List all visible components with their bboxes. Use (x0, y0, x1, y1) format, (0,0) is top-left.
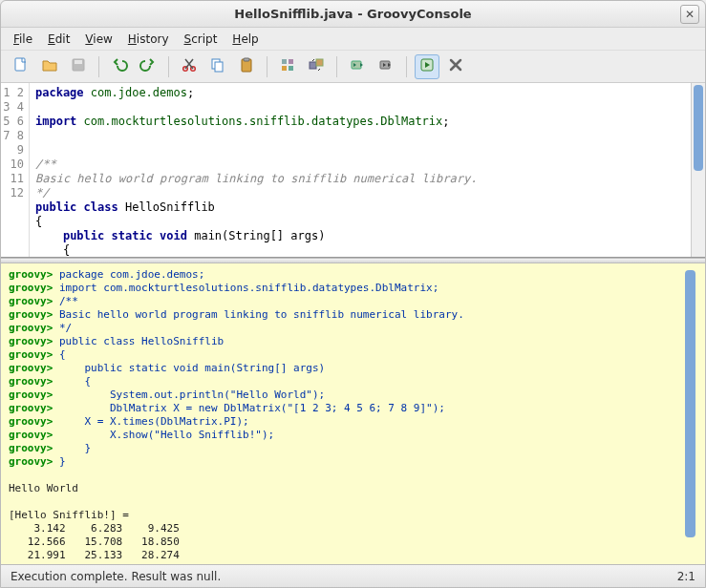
line-number-gutter: 1 2 3 4 5 6 7 8 9 10 11 12 (1, 83, 30, 257)
run-script-icon (418, 56, 436, 76)
svg-rect-10 (289, 59, 293, 64)
svg-rect-11 (282, 66, 287, 71)
menu-help[interactable]: Help (225, 30, 265, 49)
toolbar-separator (406, 56, 407, 77)
statusbar: Execution complete. Result was null. 2:1 (1, 564, 705, 587)
run-back-icon (349, 56, 366, 76)
save-file-button[interactable] (66, 54, 91, 79)
svg-rect-6 (215, 62, 223, 72)
scrollbar-thumb[interactable] (694, 85, 703, 171)
replace-button[interactable] (304, 54, 329, 79)
console-scrollbar[interactable] (683, 268, 697, 559)
svg-rect-12 (289, 66, 293, 71)
toolbar-separator (336, 56, 337, 77)
stop-icon (447, 56, 464, 76)
output-console[interactable]: groovy> package com.jdoe.demos; groovy> … (1, 263, 705, 564)
undo-icon (111, 56, 128, 76)
redo-icon (139, 56, 157, 76)
menu-script[interactable]: Script (178, 30, 225, 49)
console-content: groovy> package com.jdoe.demos; groovy> … (9, 268, 683, 559)
save-file-icon (70, 56, 87, 76)
cursor-position: 2:1 (677, 570, 695, 583)
new-file-button[interactable] (9, 54, 33, 79)
code-area[interactable]: package com.jdoe.demos; import com.mockt… (30, 83, 691, 257)
status-message: Execution complete. Result was null. (11, 570, 221, 583)
cut-button[interactable] (177, 54, 202, 79)
menubar: FileEditViewHistoryScriptHelp (1, 28, 705, 51)
menu-file[interactable]: File (7, 30, 39, 49)
find-button[interactable] (275, 54, 300, 79)
stop-button[interactable] (443, 54, 468, 79)
new-file-icon (12, 56, 30, 76)
svg-rect-14 (316, 59, 323, 66)
paste-button[interactable] (234, 54, 259, 79)
editor-pane: 1 2 3 4 5 6 7 8 9 10 11 12 package com.j… (1, 83, 705, 258)
toolbar-separator (168, 56, 169, 77)
scrollbar-thumb[interactable] (685, 270, 695, 537)
copy-icon (209, 56, 226, 76)
replace-icon (308, 56, 325, 76)
window-close-button[interactable]: ✕ (680, 5, 699, 24)
toolbar-separator (98, 56, 99, 77)
cut-icon (181, 56, 198, 76)
menu-view[interactable]: View (78, 30, 118, 49)
run-forward-icon (377, 56, 395, 76)
toolbar (1, 51, 705, 83)
svg-rect-13 (310, 62, 316, 69)
titlebar: HelloSnifflib.java - GroovyConsole ✕ (1, 1, 705, 28)
svg-rect-8 (244, 58, 249, 61)
svg-rect-9 (282, 59, 287, 64)
menu-history[interactable]: History (121, 30, 176, 49)
close-icon: ✕ (685, 8, 695, 21)
svg-rect-2 (75, 60, 82, 64)
toolbar-separator (267, 56, 267, 77)
redo-button[interactable] (136, 54, 160, 79)
editor-scrollbar[interactable] (691, 83, 705, 257)
svg-rect-0 (15, 58, 25, 71)
paste-icon (238, 56, 255, 76)
find-icon (279, 56, 296, 76)
run-back-button[interactable] (345, 54, 370, 79)
run-script-button[interactable] (415, 54, 439, 79)
undo-button[interactable] (107, 54, 132, 79)
window-title: HelloSnifflib.java - GroovyConsole (234, 7, 471, 21)
run-forward-button[interactable] (374, 54, 398, 79)
copy-button[interactable] (205, 54, 230, 79)
open-file-icon (41, 56, 58, 76)
open-file-button[interactable] (37, 54, 62, 79)
menu-edit[interactable]: Edit (41, 30, 76, 49)
